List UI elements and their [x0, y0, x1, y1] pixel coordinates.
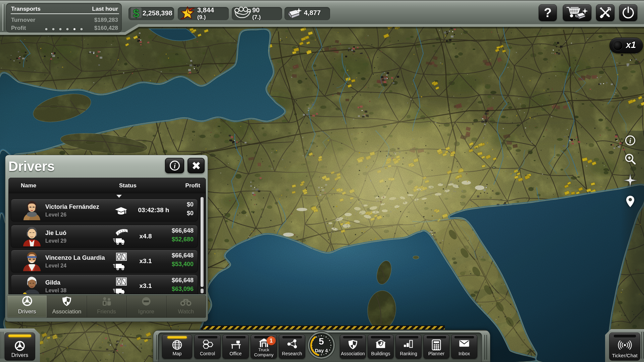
svg-text:?: ?	[544, 6, 551, 19]
svg-text:i: i	[174, 162, 176, 170]
svg-text:i: i	[629, 137, 631, 145]
svg-text:$: $	[133, 7, 140, 19]
